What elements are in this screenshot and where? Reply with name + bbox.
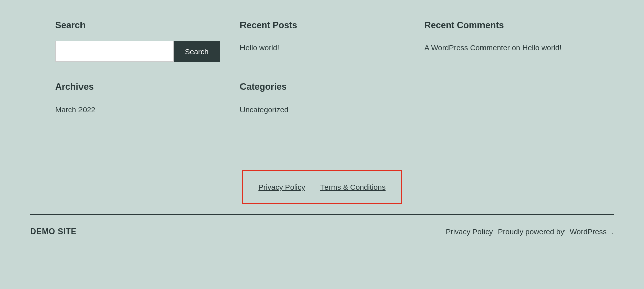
search-input[interactable] (55, 41, 174, 62)
footer-privacy-policy-link[interactable]: Privacy Policy (258, 180, 305, 194)
search-widget-title: Search (55, 20, 220, 31)
recent-comments-title: Recent Comments (424, 20, 589, 31)
comment-post-link[interactable]: Hello world! (522, 43, 561, 52)
list-item: Hello world! (240, 41, 405, 54)
categories-list: Uncategorized (240, 103, 405, 116)
categories-widget: Categories Uncategorized (240, 82, 405, 120)
search-widget: Search Search (55, 20, 220, 62)
recent-posts-widget: Recent Posts Hello world! (240, 20, 405, 62)
recent-posts-title: Recent Posts (240, 20, 405, 31)
recent-post-link-hello-world[interactable]: Hello world! (240, 43, 279, 52)
footer-terms-link[interactable]: Terms & Conditions (320, 180, 386, 194)
categories-title: Categories (240, 82, 405, 92)
list-item: March 2022 (55, 103, 220, 116)
on-text: on (512, 43, 520, 52)
wordpress-link[interactable]: WordPress (570, 225, 607, 238)
recent-posts-list: Hello world! (240, 41, 405, 54)
period: . (612, 227, 614, 236)
commenter-link[interactable]: A WordPress Commenter (424, 43, 510, 52)
bottom-footer-right: Privacy Policy Proudly powered by WordPr… (446, 225, 614, 238)
search-button[interactable]: Search (174, 41, 220, 62)
bottom-footer: DEMO SITE Privacy Policy Proudly powered… (0, 215, 644, 248)
bottom-privacy-policy-link[interactable]: Privacy Policy (446, 225, 493, 238)
footer-nav-box: Privacy Policy Terms & Conditions (242, 170, 401, 204)
archives-list: March 2022 (55, 103, 220, 116)
comment-text: A WordPress Commenter on Hello world! (424, 41, 589, 54)
category-link-uncategorized[interactable]: Uncategorized (240, 105, 289, 114)
search-form: Search (55, 41, 220, 62)
footer-nav-area: Privacy Policy Terms & Conditions (0, 160, 644, 214)
powered-text: Proudly powered by (498, 227, 565, 236)
recent-comments-widget: Recent Comments A WordPress Commenter on… (424, 20, 589, 62)
archives-title: Archives (55, 82, 220, 92)
empty-col (424, 82, 589, 120)
list-item: Uncategorized (240, 103, 405, 116)
archives-widget: Archives March 2022 (55, 82, 220, 120)
site-name: DEMO SITE (30, 227, 77, 236)
archive-link-march-2022[interactable]: March 2022 (55, 105, 95, 114)
